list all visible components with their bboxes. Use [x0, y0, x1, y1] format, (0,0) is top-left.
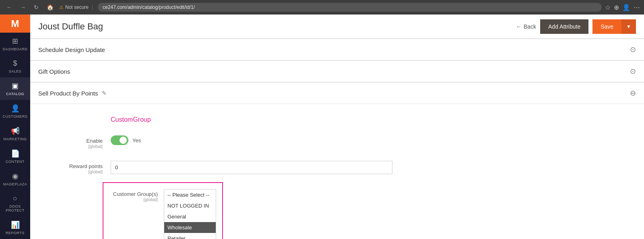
schedule-design-section: Schedule Design Update ⊙: [30, 39, 644, 60]
add-attribute-button[interactable]: Add Attribute: [540, 19, 588, 34]
edit-icon[interactable]: ✎: [102, 90, 107, 96]
security-indicator: ⚠ Not secure |: [59, 4, 95, 10]
gift-options-header[interactable]: Gift Options ⊙: [30, 60, 644, 82]
sales-icon: $: [13, 59, 17, 68]
url-bar[interactable]: [98, 3, 602, 12]
marketing-icon: 📢: [11, 127, 20, 135]
sidebar-item-label: SALES: [9, 69, 22, 73]
reward-points-sub-label: [global]: [38, 169, 103, 174]
sidebar-item-label: DASHBOARD: [3, 47, 28, 51]
option-general[interactable]: General: [164, 211, 216, 222]
sidebar-item-dashboard[interactable]: ⊞ DASHBOARD: [0, 33, 30, 55]
sell-product-toggle[interactable]: ⊖: [630, 89, 636, 98]
back-label: Back: [524, 23, 536, 30]
chevron-down-icon: ▼: [626, 24, 631, 29]
customers-icon: 👤: [11, 104, 20, 113]
gift-options-toggle[interactable]: ⊙: [630, 67, 636, 76]
sidebar: M ⊞ DASHBOARD $ SALES ▣ CATALOG 👤 CUSTOM…: [0, 0, 30, 239]
more-icon[interactable]: ⋯: [634, 4, 640, 11]
sidebar-item-label: CONTENT: [6, 160, 25, 164]
option-retailer[interactable]: Retailer: [164, 233, 216, 239]
sell-product-title: Sell Product By Points: [38, 90, 98, 97]
option-not-logged-in[interactable]: NOT LOGGED IN: [164, 200, 216, 211]
save-button-group: Save ▼: [592, 19, 636, 34]
toggle-row: Yes: [111, 135, 392, 145]
ddos-icon: ○: [13, 194, 17, 203]
content-area: Schedule Design Update ⊙ Gift Options ⊙ …: [30, 39, 644, 239]
sidebar-item-content[interactable]: 📄 CONTENT: [0, 145, 30, 168]
home-button[interactable]: 🏠: [44, 2, 56, 12]
sidebar-item-ddos[interactable]: ○ DDOS PROTECT: [0, 190, 30, 216]
sell-product-header: Sell Product By Points ✎ ⊖: [30, 82, 644, 104]
toggle-slider: [111, 135, 128, 145]
back-nav-button[interactable]: ←: [4, 2, 14, 12]
bookmark-icon[interactable]: ☆: [605, 4, 611, 11]
header-actions: ← Back Add Attribute Save ▼: [516, 19, 636, 34]
save-dropdown-button[interactable]: ▼: [621, 19, 636, 34]
warning-icon: ⚠: [59, 4, 64, 10]
reward-points-row: Reward points [global]: [30, 157, 644, 178]
reward-points-control: [111, 161, 392, 174]
enable-sub-label: [global]: [38, 144, 103, 149]
sidebar-item-customers[interactable]: 👤 CUSTOMERS: [0, 100, 30, 123]
sell-product-title-group: Sell Product By Points ✎: [38, 90, 107, 97]
forward-nav-button[interactable]: →: [18, 2, 28, 12]
sidebar-item-label: MAGEPLAZA: [3, 182, 27, 186]
divider: |: [92, 4, 93, 10]
sidebar-item-label: MARKETING: [3, 137, 27, 141]
mageplaza-icon: ◉: [12, 172, 19, 181]
sidebar-item-catalog[interactable]: ▣ CATALOG: [0, 77, 30, 100]
browser-chrome: ← → ↻ 🏠 ⚠ Not secure | ☆ ⊕ 👤 ⋯: [0, 0, 644, 15]
schedule-design-header[interactable]: Schedule Design Update ⊙: [30, 39, 644, 60]
option-wholesale[interactable]: Wholesale: [164, 222, 216, 233]
customer-groups-label: Customer Group(s) [global]: [109, 189, 158, 202]
save-button[interactable]: Save: [592, 19, 621, 34]
option-please-select[interactable]: -- Please Select --: [164, 189, 216, 200]
sidebar-item-sales[interactable]: $ SALES: [0, 55, 30, 77]
customer-groups-sub-label: [global]: [109, 197, 158, 202]
extensions-icon[interactable]: ⊕: [614, 4, 619, 11]
customer-groups-inner: Customer Group(s) [global] -- Please Sel…: [109, 189, 216, 239]
sidebar-item-label: CATALOG: [6, 92, 24, 96]
reward-points-label: Reward points [global]: [38, 161, 111, 174]
enable-label: Enable [global]: [38, 135, 111, 149]
page-title: Joust Duffle Bag: [38, 21, 103, 32]
magento-logo[interactable]: M: [0, 15, 30, 33]
gift-options-section: Gift Options ⊙: [30, 60, 644, 82]
main-wrapper: Joust Duffle Bag ← Back Add Attribute Sa…: [30, 15, 644, 239]
content-icon: 📄: [11, 149, 20, 158]
enable-toggle[interactable]: [111, 135, 128, 145]
sidebar-item-reports[interactable]: 📊 REPORTS: [0, 216, 30, 239]
enable-yes-label: Yes: [132, 137, 141, 143]
gift-options-title: Gift Options: [38, 68, 70, 75]
back-button[interactable]: ← Back: [516, 23, 536, 30]
sidebar-item-mageplaza[interactable]: ◉ MAGEPLAZA: [0, 168, 30, 190]
catalog-icon: ▣: [12, 81, 19, 90]
sell-product-section: Sell Product By Points ✎ ⊖ CustomGroup E…: [30, 82, 644, 239]
section-content: CustomGroup Enable [global] Yes: [30, 104, 644, 239]
customer-groups-container: Customer Group(s) [global] -- Please Sel…: [103, 182, 223, 239]
reload-button[interactable]: ↻: [31, 2, 41, 12]
sidebar-item-marketing[interactable]: 📢 MARKETING: [0, 123, 30, 145]
reward-points-input[interactable]: [111, 161, 392, 174]
custom-group-label: CustomGroup: [30, 112, 644, 131]
sidebar-item-label: DDOS PROTECT: [2, 204, 28, 212]
sidebar-item-label: CUSTOMERS: [3, 114, 28, 118]
reports-icon: 📊: [11, 220, 20, 229]
customer-groups-select[interactable]: -- Please Select -- NOT LOGGED IN Genera…: [164, 189, 216, 239]
back-arrow-icon: ←: [516, 23, 522, 30]
sidebar-item-label: REPORTS: [6, 231, 25, 235]
schedule-design-toggle[interactable]: ⊙: [630, 45, 636, 54]
page-header: Joust Duffle Bag ← Back Add Attribute Sa…: [30, 15, 644, 39]
enable-control: Yes: [111, 135, 392, 145]
browser-actions: ☆ ⊕ 👤 ⋯: [605, 4, 640, 11]
schedule-design-title: Schedule Design Update: [38, 46, 105, 53]
profile-icon[interactable]: 👤: [622, 4, 630, 11]
dashboard-icon: ⊞: [12, 37, 18, 46]
security-label: Not secure: [65, 4, 89, 10]
enable-row: Enable [global] Yes: [30, 131, 644, 153]
